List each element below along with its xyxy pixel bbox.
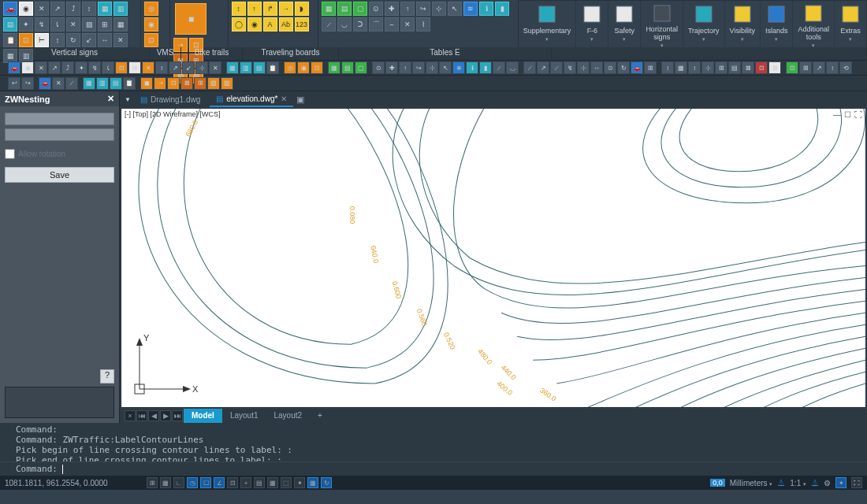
tb-icon[interactable]: ◎ bbox=[284, 61, 296, 74]
tb-icon[interactable]: ℹ bbox=[466, 61, 478, 74]
tool-icon[interactable]: ↑ bbox=[400, 2, 415, 16]
tab-layout2[interactable]: Layout2 bbox=[266, 409, 310, 423]
tool-icon[interactable]: → bbox=[279, 2, 293, 16]
tb-icon[interactable]: ⟋ bbox=[493, 61, 505, 74]
tool-icon[interactable]: ↻ bbox=[66, 33, 80, 47]
tb-icon[interactable]: ✚ bbox=[385, 61, 398, 74]
tb-icon[interactable]: ⟋ bbox=[523, 61, 536, 74]
tool-icon[interactable]: 123 bbox=[295, 17, 309, 32]
tb-icon[interactable]: ↕ bbox=[155, 61, 168, 74]
tb-icon[interactable]: ✦ bbox=[75, 61, 87, 74]
tool-icon[interactable]: ↕ bbox=[232, 2, 246, 16]
ribbon-label[interactable]: VMS bbox=[150, 47, 181, 60]
tool-icon[interactable]: ⌒ bbox=[369, 17, 383, 32]
tb-icon[interactable]: ⊹ bbox=[426, 61, 438, 74]
units-badge[interactable]: 0,0 bbox=[710, 479, 725, 487]
ribbon-label[interactable]: Vertical signs bbox=[0, 47, 150, 60]
ribbon-label[interactable]: Traveling boards bbox=[243, 47, 339, 60]
grid-toggle[interactable]: ⊞ bbox=[147, 477, 158, 488]
tb-icon[interactable]: ▦ bbox=[328, 61, 340, 74]
tool-icon[interactable]: ✕ bbox=[35, 2, 49, 16]
ribbon-button-islands[interactable]: Islands▾ bbox=[761, 1, 794, 47]
doc-tab[interactable]: ▤elevation.dwg*✕ bbox=[210, 91, 293, 107]
tb-icon[interactable]: ↑ bbox=[399, 61, 411, 74]
tool-icon[interactable]: ▢ bbox=[353, 2, 367, 16]
nesting-input-2[interactable] bbox=[5, 128, 114, 141]
tool-icon[interactable]: ◗ bbox=[295, 2, 309, 16]
tb-icon[interactable]: ⊞ bbox=[194, 77, 207, 90]
tb-icon[interactable]: ↯ bbox=[564, 61, 576, 74]
tb-icon[interactable]: ◉ bbox=[297, 61, 310, 74]
toggle[interactable]: ▦ bbox=[267, 477, 278, 488]
tab-close-icon[interactable]: ✕ bbox=[281, 94, 287, 103]
tab-next-icon[interactable]: ▶ bbox=[160, 410, 171, 421]
tab-first-icon[interactable]: ⏮ bbox=[136, 410, 147, 421]
tool-icon[interactable]: ⤴ bbox=[66, 2, 80, 16]
tool-icon[interactable]: ↯ bbox=[35, 17, 49, 32]
tb-icon[interactable]: 5t bbox=[128, 61, 141, 74]
tb-icon[interactable]: ⊡ bbox=[167, 77, 180, 90]
tab-model[interactable]: Model bbox=[184, 409, 222, 423]
canvas-restore-icon[interactable]: ☐ bbox=[844, 110, 851, 119]
tool-icon[interactable]: ↗ bbox=[50, 2, 65, 16]
tab-prev-icon[interactable]: ◀ bbox=[148, 410, 159, 421]
tool-icon[interactable]: ◯ bbox=[232, 17, 246, 32]
tb-icon[interactable]: ▢ bbox=[355, 61, 367, 74]
tool-icon[interactable]: ⊙ bbox=[369, 2, 383, 16]
tool-icon[interactable]: Ab bbox=[279, 17, 293, 32]
snap-toggle[interactable]: ▦ bbox=[160, 477, 171, 488]
scale-label[interactable]: 1:1 ▾ bbox=[790, 479, 806, 487]
tb-icon[interactable]: ▦ bbox=[83, 77, 95, 90]
tb-icon[interactable]: 📋 bbox=[266, 61, 279, 74]
tool-icon[interactable]: ↔ bbox=[98, 33, 112, 47]
ribbon-button-supplementary[interactable]: Supplementary▾ bbox=[519, 1, 577, 47]
tb-icon[interactable]: ▮ bbox=[479, 61, 492, 74]
tb-icon[interactable]: ◉ bbox=[21, 61, 34, 74]
otrack-toggle[interactable]: ∠ bbox=[214, 477, 225, 488]
tb-icon[interactable]: ↯ bbox=[88, 61, 101, 74]
ribbon-button-f-6[interactable]: F-6▾ bbox=[576, 1, 608, 47]
tool-icon[interactable]: ▤ bbox=[3, 17, 17, 32]
tb-icon[interactable]: ▤ bbox=[728, 61, 741, 74]
tool-icon[interactable]: A bbox=[263, 17, 277, 32]
tb-icon[interactable]: ▨ bbox=[221, 77, 233, 90]
tool-icon[interactable]: ⌇ bbox=[416, 17, 430, 32]
tb-icon[interactable]: ⟋ bbox=[550, 61, 563, 74]
side-panel-title-bar[interactable]: ZWNesting ✕ bbox=[0, 91, 119, 106]
status-icon[interactable]: ⏃ bbox=[811, 479, 819, 487]
tb-icon[interactable]: ▥ bbox=[96, 77, 109, 90]
osnap-toggle[interactable]: ☐ bbox=[200, 477, 211, 488]
tb-icon[interactable]: ↔ bbox=[590, 61, 603, 74]
canvas-maximize-icon[interactable]: ⛶ bbox=[854, 110, 862, 119]
canvas-minimize-icon[interactable]: — bbox=[833, 110, 841, 119]
tb-icon[interactable]: ⊞ bbox=[799, 61, 812, 74]
tb-icon[interactable]: ↕ bbox=[688, 61, 701, 74]
tool-icon[interactable]: ⊢ bbox=[35, 33, 49, 47]
allow-rotation-check[interactable] bbox=[5, 149, 15, 159]
tb-icon[interactable]: ↪ bbox=[21, 77, 34, 90]
dyn-toggle[interactable]: ⊡ bbox=[227, 477, 238, 488]
tool-icon[interactable]: ↱ bbox=[263, 2, 277, 16]
vms-icon[interactable]: ◎ bbox=[144, 2, 158, 16]
command-input[interactable]: Command: bbox=[0, 461, 867, 476]
vms-icon[interactable]: ⊡ bbox=[144, 33, 158, 47]
tb-icon[interactable]: ▤ bbox=[341, 61, 354, 74]
tb-icon[interactable]: ⊹ bbox=[195, 61, 208, 74]
nesting-input-1[interactable] bbox=[5, 113, 114, 125]
tb-icon[interactable]: ✕ bbox=[209, 61, 221, 74]
tb-icon[interactable]: ⊡ bbox=[786, 61, 798, 74]
tb-icon[interactable]: ↗ bbox=[169, 61, 181, 74]
new-doc-icon[interactable]: ▣ bbox=[296, 94, 304, 105]
tool-icon[interactable]: ✕ bbox=[66, 17, 80, 32]
tool-icon[interactable]: ▤ bbox=[337, 2, 352, 16]
toggle[interactable]: ✦ bbox=[294, 477, 305, 488]
tool-icon[interactable]: ▥ bbox=[113, 2, 128, 16]
tb-icon[interactable]: ⊠ bbox=[180, 77, 193, 90]
tb-icon[interactable]: ↙ bbox=[182, 61, 195, 74]
toggle[interactable]: ↻ bbox=[321, 477, 332, 488]
close-icon[interactable]: ✕ bbox=[107, 94, 114, 104]
tb-icon[interactable]: ⊹ bbox=[701, 61, 714, 74]
tool-icon[interactable]: ◉ bbox=[19, 2, 33, 16]
tb-icon[interactable]: ◡ bbox=[506, 61, 519, 74]
tb-icon[interactable]: ▦ bbox=[675, 61, 687, 74]
